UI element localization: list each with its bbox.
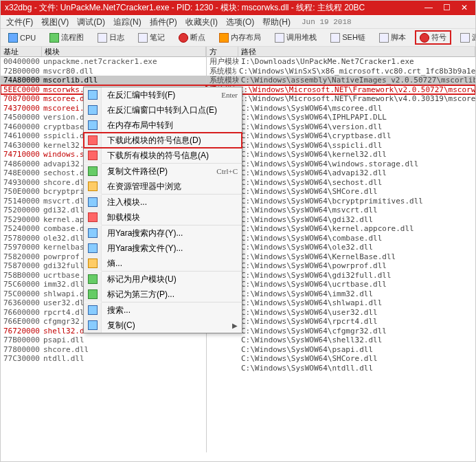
menu-options[interactable]: 选项(O) xyxy=(223,16,257,28)
path-row[interactable]: 用户模块I:\Downloads\UnPackMe.Net7Cracker1.e… xyxy=(207,57,475,67)
tab-callstack[interactable]: 调用堆栈 xyxy=(270,30,321,45)
menu-favorites[interactable]: 收藏夹(I) xyxy=(183,16,220,28)
path-row[interactable]: C:\Windows\SysWOW64\msvcrt.dll xyxy=(207,206,475,215)
ctx-label: 卸载模块 xyxy=(102,212,238,223)
path-row[interactable]: C:\Windows\SysWOW64\windows.storage.dll xyxy=(207,160,475,169)
ctx-label: 注入模块... xyxy=(102,197,238,208)
minimize-button[interactable]: — xyxy=(420,3,437,14)
path-row[interactable]: C:\Windows\SysWOW64\shlwapi.dll xyxy=(207,298,475,308)
path-row[interactable]: C:\Windows\SysWOW64\SHCore.dll xyxy=(207,187,475,197)
path-row[interactable]: C:\Windows\SysWOW64\shell32.dll xyxy=(207,336,475,345)
ctx-item[interactable]: 下载所有模块的符号信息(A) xyxy=(84,148,242,163)
tab-graph[interactable]: 流程图 xyxy=(45,30,89,45)
ctx-item[interactable]: 用Yara搜索内存(Y)... xyxy=(84,226,242,241)
ctx-item[interactable]: 在反汇编中转到(F)Enter xyxy=(84,87,242,102)
path-row[interactable]: C:\Windows\SysWOW64\user32.dll xyxy=(207,308,475,318)
callstack-icon xyxy=(275,33,284,43)
menu-debug[interactable]: 调试(D) xyxy=(74,16,108,28)
ctx-label: 在反汇编窗口中转到入口点(E) xyxy=(102,104,238,116)
path-row[interactable]: C:\Windows\SysWOW64\ntdll.dll xyxy=(207,364,475,373)
path-row[interactable]: C:\Windows\SysWOW64\cfgmgr32.dll xyxy=(207,327,475,336)
row-path: C:\Windows\SysWOW64\ole32.dll xyxy=(238,243,373,252)
path-row[interactable]: C:\Windows\SysWOW64\powrprof.dll xyxy=(207,261,475,271)
module-row[interactable]: 72B00000msvcr80.dll xyxy=(1,67,206,76)
module-row[interactable]: 77800000shcore.dll xyxy=(1,345,206,355)
menu-view[interactable]: 视图(V) xyxy=(38,16,71,28)
path-row[interactable]: C:\Windows\SysWOW64\gdi32.dll xyxy=(207,215,475,225)
path-row[interactable]: C:\Windows\SysWOW64\ucrtbase.dll xyxy=(207,280,475,289)
menu-trace[interactable]: 追踪(N) xyxy=(111,16,144,28)
ctx-item[interactable]: 标记为第三方(P)... xyxy=(84,287,242,302)
close-button[interactable]: ✕ xyxy=(456,3,473,14)
ctx-label: 用Yara搜索文件(Y)... xyxy=(102,243,238,254)
col-path[interactable]: 路径 xyxy=(238,47,475,56)
path-row[interactable]: C:\Windows\SysWOW64\kernel32.dll xyxy=(207,150,475,160)
module-addr: 75200000 xyxy=(1,206,42,215)
tab-source[interactable]: 源代码 xyxy=(455,30,475,45)
ctx-item[interactable]: 下载此模块的符号信息(D) xyxy=(84,133,242,148)
ctx-item[interactable]: 复制(C)▶ xyxy=(84,318,242,333)
tab-memory[interactable]: 内存布局 xyxy=(214,30,266,45)
path-row[interactable]: C:\Windows\SysWOW64\bcryptprimitives.dll xyxy=(207,197,475,206)
module-addr: 77C30000 xyxy=(1,354,42,364)
menu-plugins[interactable]: 插件(P) xyxy=(147,16,180,28)
path-row[interactable]: C:\Windows\SysWOW64\advapi32.dll xyxy=(207,168,475,178)
tab-cpu[interactable]: CPU xyxy=(3,31,41,45)
path-row[interactable]: C:\Windows\SysWOW64\mscoree.dll xyxy=(207,104,475,113)
ctx-label: 在内存布局中转到 xyxy=(102,120,238,131)
path-row[interactable]: 系统模块C:\Windows\assembly\NativeImages_v2.… xyxy=(207,76,475,85)
ctx-item[interactable]: 熵... xyxy=(84,256,242,271)
path-row[interactable]: C:\Windows\SysWOW64\KernelBase.dll xyxy=(207,252,475,262)
ctx-label: 搜索... xyxy=(102,305,238,316)
path-row[interactable]: C:\Windows\SysWOW64\sechost.dll xyxy=(207,178,475,188)
tab-notes[interactable]: 笔记 xyxy=(133,30,170,45)
module-row[interactable]: 77B00000psapi.dll xyxy=(1,336,206,345)
ctx-item[interactable]: 复制文件路径(P)Ctrl+C xyxy=(84,164,242,179)
path-row[interactable]: C:\Windows\SysWOW64\rpcrt4.dll xyxy=(207,317,475,327)
path-row[interactable]: C:\Windows\SysWOW64\kernel.appcore.dll xyxy=(207,224,475,234)
ctx-item[interactable]: 标记为用户模块(U) xyxy=(84,272,242,287)
ctx-item[interactable]: 搜索... xyxy=(84,302,242,318)
ctx-accel: Ctrl+C xyxy=(212,167,238,175)
path-row[interactable]: C:\Windows\SysWOW64\psapi.dll xyxy=(207,345,475,355)
tab-breakpoints[interactable]: 断点 xyxy=(174,30,210,45)
module-addr: 76360000 xyxy=(1,298,42,308)
menu-help[interactable]: 帮助(H) xyxy=(260,16,293,28)
path-row[interactable]: C:\Windows\Microsoft.NET\Framework\v4.0.… xyxy=(207,94,475,104)
path-row-highlight[interactable]: 系统模块C:\Windows\Microsoft.NET\Framework\v… xyxy=(207,85,475,95)
tab-seh[interactable]: SEH链 xyxy=(326,30,370,45)
col-base[interactable]: 基址 xyxy=(1,47,42,56)
ctx-item[interactable]: 在资源管理器中浏览 xyxy=(84,179,242,194)
path-row[interactable]: C:\Windows\SysWOW64\IPHLPAPI.DLL xyxy=(207,113,475,122)
tab-symbols[interactable]: 符号 xyxy=(415,30,451,45)
row-path: C:\Windows\assembly\NativeImages_v2.0.50… xyxy=(238,76,475,85)
path-row[interactable]: C:\Windows\SysWOW64\sspicli.dll xyxy=(207,141,475,151)
ctx-item[interactable]: 在内存布局中转到 xyxy=(84,118,242,133)
tab-log[interactable]: 日志 xyxy=(93,30,129,45)
paths-list[interactable]: 用户模块I:\Downloads\UnPackMe.Net7Cracker1.e… xyxy=(207,57,475,373)
module-row[interactable]: 77C30000ntdll.dll xyxy=(1,354,206,364)
red-icon xyxy=(88,135,98,145)
ctx-item[interactable]: 卸载模块 xyxy=(84,210,242,225)
path-row[interactable]: C:\Windows\SysWOW64\imm32.dll xyxy=(207,289,475,299)
module-addr: 70870000 xyxy=(1,94,42,104)
seh-icon xyxy=(330,33,340,43)
path-row[interactable]: C:\Windows\SysWOW64\version.dll xyxy=(207,122,475,132)
path-row[interactable]: C:\Windows\SysWOW64\combase.dll xyxy=(207,234,475,243)
tab-script[interactable]: 脚本 xyxy=(374,30,411,45)
path-row[interactable]: C:\Windows\SysWOW64\SHCore.dll xyxy=(207,354,475,364)
path-row[interactable]: C:\Windows\SysWOW64\gdi32full.dll xyxy=(207,271,475,280)
col-module[interactable]: 模块 xyxy=(42,47,206,56)
menu-file[interactable]: 文件(F) xyxy=(3,16,36,28)
path-row[interactable]: C:\Windows\SysWOW64\ole32.dll xyxy=(207,243,475,252)
ctx-item[interactable]: 注入模块... xyxy=(84,195,242,210)
col-party[interactable]: 方 xyxy=(207,47,238,56)
orange-icon xyxy=(88,182,98,191)
ctx-item[interactable]: 在反汇编窗口中转到入口点(E) xyxy=(84,102,242,118)
path-row[interactable]: 系统模块C:\Windows\WinSxS\x86_microsoft.vc80… xyxy=(207,67,475,76)
module-row[interactable]: 00400000unpackme.net7cracker1.exe xyxy=(1,57,206,67)
maximize-button[interactable]: ☐ xyxy=(438,3,455,14)
module-row[interactable]: 74A80000mscorlib.dll xyxy=(1,76,206,85)
path-row[interactable]: C:\Windows\SysWOW64\cryptbase.dll xyxy=(207,131,475,141)
ctx-item[interactable]: 用Yara搜索文件(Y)... xyxy=(84,241,242,256)
